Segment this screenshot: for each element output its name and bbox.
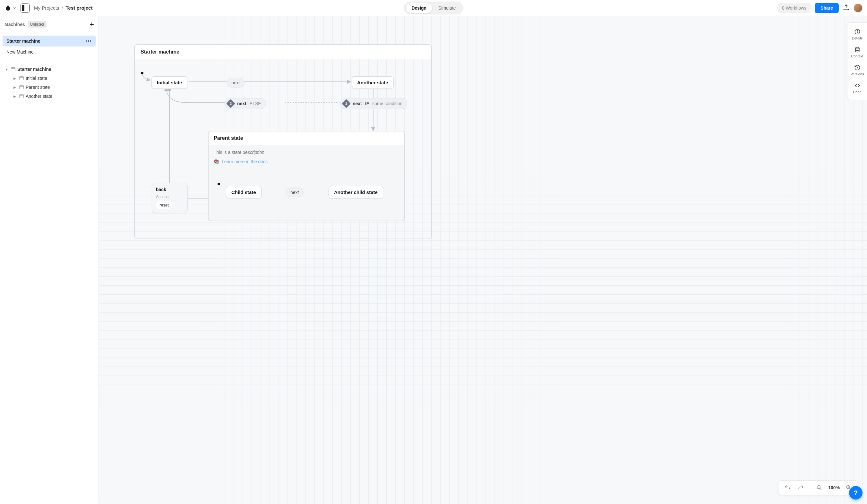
state-icon — [11, 67, 15, 71]
info-icon — [854, 29, 860, 35]
rail-label: Versions — [850, 72, 864, 76]
state-node-initial[interactable]: Initial state — [151, 76, 188, 89]
tree-node-parent[interactable]: ▶ Parent state — [2, 83, 96, 92]
machine-item-starter[interactable]: Starter machine ••• — [2, 36, 96, 46]
topbar: My Projects / Test project Design Simula… — [0, 0, 867, 16]
share-button[interactable]: Share — [815, 3, 839, 13]
workflows-button[interactable]: 0 Workflows — [778, 3, 811, 13]
initial-marker — [217, 183, 220, 185]
transition-event-label: back — [156, 187, 183, 192]
state-node-child[interactable]: Child state — [226, 186, 261, 198]
sidebar-toggle-button[interactable] — [21, 3, 30, 12]
transition-child-next[interactable]: next — [286, 188, 303, 197]
book-icon: 📚 — [214, 159, 219, 164]
state-node-another-child[interactable]: Another child state — [329, 186, 383, 198]
rail-label: Details — [852, 36, 863, 40]
rail-context[interactable]: Context — [847, 44, 867, 61]
code-icon — [854, 83, 860, 89]
machine-item-new[interactable]: New Machine — [2, 46, 96, 57]
parent-state-description: This is a state description. — [208, 145, 404, 157]
zoom-out-button[interactable] — [815, 483, 824, 492]
breadcrumb-parent[interactable]: My Projects — [34, 5, 59, 11]
transition-guard-1[interactable]: 1 next IF some condition — [340, 98, 407, 109]
machine-title[interactable]: Starter machine — [135, 45, 431, 59]
redo-icon — [798, 484, 804, 491]
sidebar: Machines Unlisted + Starter machine ••• … — [0, 16, 99, 504]
state-node-parent[interactable]: Parent state This is a state description… — [208, 131, 405, 221]
svg-point-10 — [855, 47, 859, 49]
state-icon — [19, 76, 24, 80]
history-icon — [854, 64, 860, 71]
breadcrumb-current[interactable]: Test project — [66, 5, 93, 11]
tree-node-label: Another state — [26, 94, 52, 99]
parent-state-docs-link-row: 📚 Learn more in the docs — [208, 157, 404, 169]
transition-back[interactable]: back Actions reset — [152, 183, 188, 213]
machine-item-menu-icon[interactable]: ••• — [85, 39, 92, 44]
divider — [810, 484, 810, 491]
caret-down-icon: ▼ — [5, 68, 9, 71]
breadcrumb-separator: / — [62, 5, 63, 11]
tab-simulate[interactable]: Simulate — [432, 3, 461, 13]
breadcrumb: My Projects / Test project — [34, 5, 93, 11]
zoom-value[interactable]: 100% — [828, 485, 840, 490]
rail-label: Context — [851, 54, 864, 58]
tree-node-root[interactable]: ▼ Starter machine — [2, 65, 96, 74]
machine-item-label: Starter machine — [7, 39, 41, 44]
docs-link[interactable]: Learn more in the docs — [222, 159, 268, 164]
tree-node-another[interactable]: ▶ Another state — [2, 92, 96, 101]
canvas[interactable]: Starter machine Initial state Another st… — [99, 16, 867, 504]
transition-next[interactable]: next — [226, 78, 245, 88]
tree-node-label: Initial state — [26, 76, 47, 81]
transition-guard-2[interactable]: 2 next ELSE — [225, 98, 266, 109]
svg-line-14 — [820, 489, 822, 490]
rail-label: Code — [853, 90, 861, 94]
bottom-toolbar: 100% — [778, 480, 858, 495]
visibility-badge[interactable]: Unlisted — [28, 21, 46, 28]
avatar[interactable] — [854, 3, 863, 12]
structure-tree: ▼ Starter machine ▶ Initial state ▶ Pare… — [0, 60, 98, 105]
redo-button[interactable] — [796, 483, 805, 492]
state-icon — [19, 85, 24, 89]
svg-point-9 — [857, 31, 857, 31]
guard-else-label: ELSE — [250, 101, 261, 106]
logo-icon — [4, 4, 12, 12]
state-icon — [19, 94, 24, 98]
machine-item-label: New Machine — [7, 50, 34, 55]
parent-state-title[interactable]: Parent state — [208, 131, 404, 145]
actions-heading: Actions — [156, 195, 183, 199]
right-rail: Details Context Versions Code — [847, 22, 867, 100]
rail-code[interactable]: Code — [847, 80, 867, 97]
mode-toggle: Design Simulate — [404, 2, 463, 14]
sidebar-tab-machines[interactable]: Machines — [4, 22, 25, 27]
rail-versions[interactable]: Versions — [847, 62, 867, 78]
state-node-another[interactable]: Another state — [352, 76, 394, 89]
tree-node-label: Parent state — [26, 85, 50, 90]
action-chip-reset[interactable]: reset — [156, 201, 172, 209]
rail-details[interactable]: Details — [847, 26, 867, 43]
initial-marker — [141, 72, 143, 74]
database-icon — [854, 46, 860, 53]
undo-button[interactable] — [783, 483, 792, 492]
caret-right-icon: ▶ — [13, 95, 17, 98]
chevron-down-icon — [13, 6, 16, 11]
caret-right-icon: ▶ — [13, 86, 17, 89]
tree-node-initial[interactable]: ▶ Initial state — [2, 74, 96, 83]
undo-icon — [784, 484, 791, 491]
logo-menu[interactable] — [4, 4, 16, 12]
guard-event: next — [237, 101, 246, 106]
zoom-out-icon — [816, 484, 822, 491]
svg-line-12 — [857, 68, 858, 69]
guard-condition: some condition — [372, 101, 403, 106]
guard-order-icon: 2 — [226, 99, 235, 108]
caret-right-icon: ▶ — [13, 77, 17, 80]
tree-node-label: Starter machine — [17, 67, 51, 72]
help-button[interactable]: ? — [849, 486, 863, 500]
guard-if-label: IF — [365, 101, 369, 106]
add-machine-button[interactable]: + — [89, 20, 94, 29]
guard-order-icon: 1 — [342, 99, 351, 108]
tab-design[interactable]: Design — [405, 3, 432, 13]
guard-event: next — [353, 101, 362, 106]
export-icon[interactable] — [843, 4, 850, 12]
